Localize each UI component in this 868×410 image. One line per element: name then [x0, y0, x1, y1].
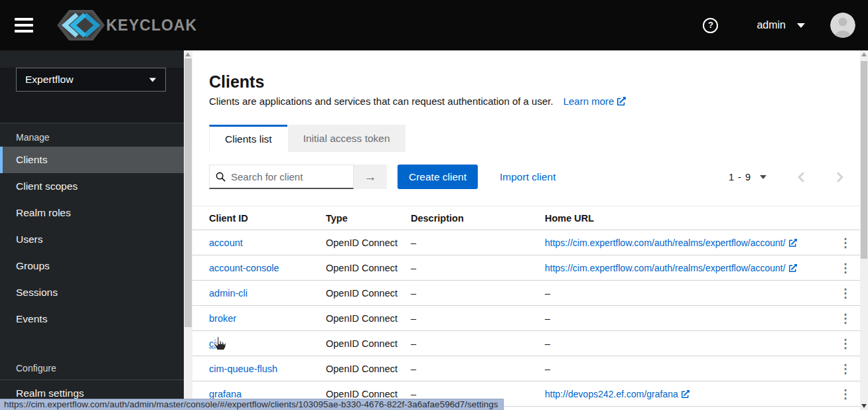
client-id-link[interactable]: cim-queue-flush [209, 364, 277, 374]
realm-switcher-value: Expertflow [25, 74, 73, 86]
client-row-admin-cli: admin-cli OpenID Connect – – ⋮ [192, 281, 860, 306]
home-url-link[interactable]: http://devops242.ef.com/grafana [545, 389, 689, 399]
sidebar-item-label: Groups [16, 260, 50, 272]
pagination-next-button[interactable] [836, 172, 843, 182]
realm-switcher[interactable]: Expertflow [16, 68, 166, 92]
scroll-down-arrow-icon[interactable] [861, 404, 867, 408]
client-row-cim: cim OpenID Connect – – ⋮ [192, 331, 860, 356]
home-url-link[interactable]: https://cim.expertflow.com/auth/realms/e… [545, 263, 797, 273]
home-url-link[interactable]: https://cim.expertflow.com/auth/realms/e… [545, 238, 797, 248]
chevron-down-icon [760, 175, 766, 179]
chevron-down-icon [797, 23, 805, 28]
kebab-menu-icon[interactable]: ⋮ [839, 388, 851, 400]
nav-section-label: Manage [0, 132, 184, 143]
client-row-broker: broker OpenID Connect – – ⋮ [192, 306, 860, 331]
client-id-link[interactable]: broker [209, 313, 236, 324]
client-id-link[interactable]: grafana [209, 389, 242, 399]
content-scrollbar[interactable] [184, 50, 192, 410]
keycloak-logo: KEYCLOAK [50, 7, 197, 43]
user-menu[interactable]: admin [757, 19, 805, 31]
client-id-link[interactable]: admin-cli [209, 288, 248, 299]
sidebar-item-realm-roles[interactable]: Realm roles [0, 200, 184, 226]
kebab-menu-icon[interactable]: ⋮ [839, 287, 851, 299]
scrollbar-thumb[interactable] [861, 61, 867, 259]
search-group: → [209, 165, 387, 189]
masthead-right: ? admin [703, 13, 868, 38]
client-type: OpenID Connect [326, 263, 411, 273]
create-client-button[interactable]: Create client [398, 165, 478, 189]
clients-table: Client ID Type Description Home URL acco… [192, 206, 860, 407]
scroll-up-arrow-icon[interactable] [185, 52, 190, 56]
home-url-text: – [545, 364, 831, 374]
client-type: OpenID Connect [326, 364, 411, 374]
pagination-range-dropdown[interactable]: 1 - 9 [729, 172, 766, 182]
sidebar: Expertflow Manage Clients Client scopes … [0, 50, 184, 410]
kebab-menu-icon[interactable]: ⋮ [839, 338, 851, 350]
help-icon[interactable]: ? [703, 18, 718, 33]
scrollbar-thumb[interactable] [184, 58, 192, 327]
pagination-prev-button[interactable] [798, 172, 805, 182]
search-icon [216, 172, 226, 182]
sidebar-item-clients[interactable]: Clients [0, 147, 184, 173]
external-link-icon [682, 390, 689, 398]
page-subtitle: Clients are applications and services th… [209, 96, 553, 107]
nav-section-manage: Manage Clients Client scopes Realm roles… [0, 132, 184, 332]
client-type: OpenID Connect [326, 338, 411, 349]
nav-section-label: Configure [0, 363, 184, 374]
avatar-icon [830, 13, 855, 38]
sidebar-item-events[interactable]: Events [0, 306, 184, 332]
kebab-menu-icon[interactable]: ⋮ [839, 237, 851, 249]
client-description: – [411, 338, 545, 349]
external-link-icon [617, 97, 626, 105]
sidebar-item-label: Realm settings [16, 387, 84, 399]
nav-toggle-button[interactable] [15, 18, 33, 33]
client-row-account-console: account-console OpenID Connect – https:/… [192, 255, 860, 281]
sidebar-item-label: Sessions [16, 287, 58, 299]
sidebar-item-label: Realm roles [16, 207, 71, 219]
sidebar-item-users[interactable]: Users [0, 226, 184, 253]
scroll-up-arrow-icon[interactable] [861, 52, 867, 56]
chevron-right-icon [836, 172, 843, 182]
status-bar: https://cim.expertflow.com/auth/admin/ma… [0, 399, 504, 410]
avatar[interactable] [830, 13, 855, 38]
page-scrollbar[interactable] [860, 50, 868, 410]
client-description: – [411, 263, 545, 273]
sidebar-item-client-scopes[interactable]: Client scopes [0, 173, 184, 200]
tab-initial-access-token[interactable]: Initial access token [288, 125, 405, 152]
learn-more-label: Learn more [563, 96, 615, 107]
external-link-icon [789, 264, 797, 272]
sidebar-item-label: Events [16, 313, 47, 325]
learn-more-link[interactable]: Learn more [563, 96, 626, 107]
tab-label: Clients list [225, 133, 272, 145]
status-bar-url: https://cim.expertflow.com/auth/admin/ma… [4, 399, 498, 409]
client-description: – [411, 364, 545, 374]
client-id-link[interactable]: account [209, 238, 243, 248]
column-header-client-id: Client ID [192, 213, 326, 224]
tab-clients-list[interactable]: Clients list [209, 125, 287, 152]
toolbar: → Create client Import client 1 - 9 [209, 165, 843, 189]
tab-strip: Clients list Initial access token [209, 125, 405, 152]
sidebar-item-label: Client scopes [16, 180, 78, 192]
sidebar-item-label: Clients [16, 154, 47, 166]
masthead: KEYCLOAK ? admin [0, 0, 868, 50]
client-row-cim-queue-flush: cim-queue-flush OpenID Connect – – ⋮ [192, 356, 860, 381]
home-url-text: – [545, 288, 831, 299]
import-client-link[interactable]: Import client [500, 171, 555, 183]
column-header-type: Type [326, 213, 411, 224]
search-submit-button[interactable]: → [354, 165, 387, 189]
kebab-menu-icon[interactable]: ⋮ [839, 363, 851, 375]
kebab-menu-icon[interactable]: ⋮ [839, 312, 851, 324]
home-url-text: – [545, 313, 831, 324]
pagination-range-label: 1 - 9 [729, 172, 751, 182]
sidebar-item-groups[interactable]: Groups [0, 253, 184, 279]
client-id-link[interactable]: account-console [209, 263, 279, 273]
tab-label: Initial access token [303, 133, 390, 145]
search-input[interactable] [209, 165, 354, 189]
sidebar-item-sessions[interactable]: Sessions [0, 279, 184, 306]
kebab-menu-icon[interactable]: ⋮ [839, 262, 851, 274]
client-id-link[interactable]: cim [209, 338, 224, 349]
home-url-text: https://cim.expertflow.com/auth/realms/e… [545, 263, 786, 273]
user-menu-label: admin [757, 19, 786, 31]
chevron-left-icon [798, 172, 805, 182]
realm-area: Expertflow [0, 68, 184, 123]
